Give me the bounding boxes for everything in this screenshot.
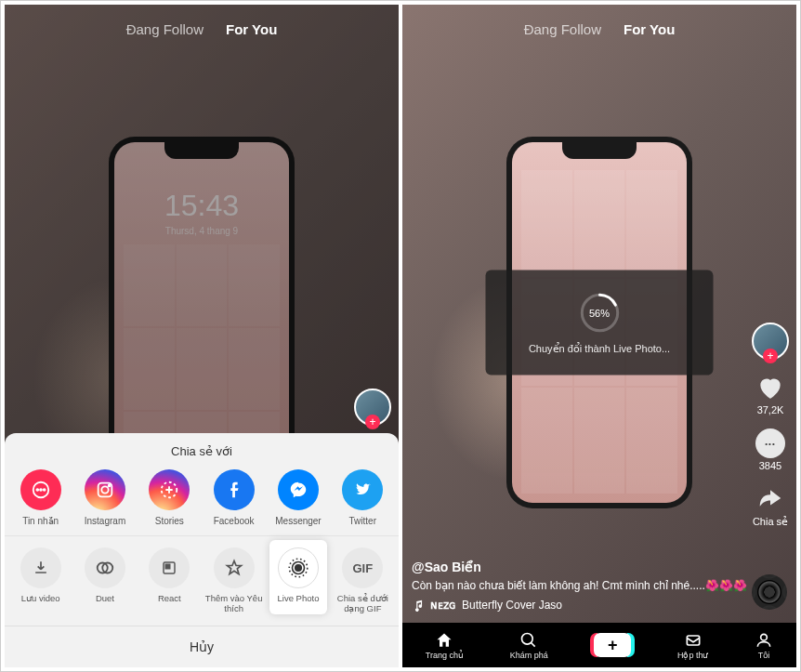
duet-icon (85, 547, 125, 588)
tab-for-you[interactable]: For You (226, 21, 277, 37)
svg-point-6 (109, 484, 111, 486)
music-tag: ɴᴇᴢɢ (430, 599, 456, 612)
tab-following[interactable]: Đang Follow (524, 21, 601, 37)
facebook-icon (214, 469, 255, 510)
follow-plus-icon[interactable]: + (365, 415, 380, 429)
screenshot-left: 15:43 Thursd, 4 thang 9 Đang Follow For … (5, 5, 399, 667)
live-photo-icon (278, 547, 319, 588)
share-instagram[interactable]: Instagram (76, 469, 134, 527)
tab-for-you[interactable]: For You (624, 21, 675, 37)
share-twitter[interactable]: Twitter (334, 469, 391, 527)
screenshot-right: Đang Follow For You + 37,2K 3845 Chia sẻ (402, 5, 796, 667)
search-icon (519, 631, 538, 650)
action-live-photo[interactable]: Live Photo (269, 540, 327, 614)
svg-point-16 (522, 633, 533, 644)
stories-icon (149, 469, 190, 510)
heart-icon (755, 373, 785, 402)
progress-percent: 56% (577, 291, 622, 336)
follow-plus-icon[interactable]: + (763, 349, 778, 363)
action-gif[interactable]: GIF Chia sẻ dưới dạng GIF (334, 536, 391, 614)
svg-point-12 (295, 565, 302, 572)
home-icon (435, 631, 453, 650)
plus-icon: + (594, 633, 631, 657)
share-label: Chia sẻ (753, 516, 788, 528)
tab-following[interactable]: Đang Follow (126, 21, 204, 37)
caption-text: Còn bạn nào chưa biết làm không ah! Cmt … (412, 578, 787, 593)
nav-inbox[interactable]: Hộp thư (677, 631, 709, 660)
svg-rect-17 (687, 636, 699, 645)
nav-discover[interactable]: Khám phá (510, 631, 548, 660)
share-title: Chia sẻ với (5, 433, 399, 466)
share-messages[interactable]: Tin nhắn (12, 469, 70, 527)
comment-icon (755, 428, 785, 458)
share-facebook[interactable]: Facebook (205, 469, 263, 527)
spinner-icon: 56% (577, 291, 622, 336)
gif-icon: GIF (342, 547, 383, 588)
action-react[interactable]: React (140, 536, 198, 614)
twitter-icon (342, 469, 383, 510)
like-button[interactable]: 37,2K (755, 373, 785, 415)
comment-button[interactable]: 3845 (755, 428, 785, 471)
svg-point-1 (36, 489, 38, 491)
feed-tabs: Đang Follow For You (5, 21, 399, 37)
nav-home[interactable]: Trang chủ (426, 631, 464, 660)
profile-avatar[interactable]: + (354, 389, 391, 426)
share-icon (756, 484, 784, 514)
progress-text: Chuyển đổi thành Live Photo... (497, 343, 703, 355)
profile-icon (755, 631, 773, 650)
music-info[interactable]: ɴᴇᴢɢ Butterfly Cover Jaso (412, 599, 787, 612)
nav-me[interactable]: Tôi (755, 631, 773, 660)
share-stories[interactable]: Stories (140, 469, 198, 527)
action-save-video[interactable]: Lưu video (12, 536, 70, 614)
svg-point-3 (43, 489, 45, 491)
cancel-button[interactable]: Hủy (5, 626, 399, 667)
profile-avatar[interactable]: + (752, 323, 789, 360)
download-icon (20, 547, 61, 588)
star-icon (214, 547, 255, 588)
svg-point-18 (761, 634, 768, 640)
progress-modal: 56% Chuyển đổi thành Live Photo... (486, 270, 714, 376)
comment-count: 3845 (759, 460, 781, 471)
side-actions: + 37,2K 3845 Chia sẻ (752, 323, 789, 528)
share-messenger[interactable]: Messenger (269, 469, 327, 527)
messages-icon (20, 469, 61, 510)
like-count: 37,2K (757, 404, 784, 415)
nav-create[interactable]: + (594, 633, 631, 657)
react-icon (149, 547, 190, 588)
share-sheet: Chia sẻ với Tin nhắn Instagram (5, 433, 399, 667)
inbox-icon (684, 631, 703, 650)
music-note-icon (412, 599, 425, 612)
username[interactable]: @Sao Biển (412, 560, 787, 574)
action-favorite[interactable]: Thêm vào Yêu thích (205, 536, 263, 614)
instagram-icon (85, 469, 125, 510)
feed-tabs: Đang Follow For You (402, 21, 796, 37)
share-button[interactable]: Chia sẻ (753, 484, 788, 528)
action-duet[interactable]: Duet (76, 536, 134, 614)
bottom-nav: Trang chủ Khám phá + Hộp thư Tôi (402, 623, 796, 667)
caption-area: @Sao Biển Còn bạn nào chưa biết làm khôn… (412, 560, 787, 612)
music-title: Butterfly Cover Jaso (462, 599, 562, 612)
svg-point-2 (40, 489, 42, 491)
svg-point-5 (101, 486, 108, 493)
messenger-icon (278, 469, 319, 510)
svg-rect-11 (166, 564, 171, 569)
